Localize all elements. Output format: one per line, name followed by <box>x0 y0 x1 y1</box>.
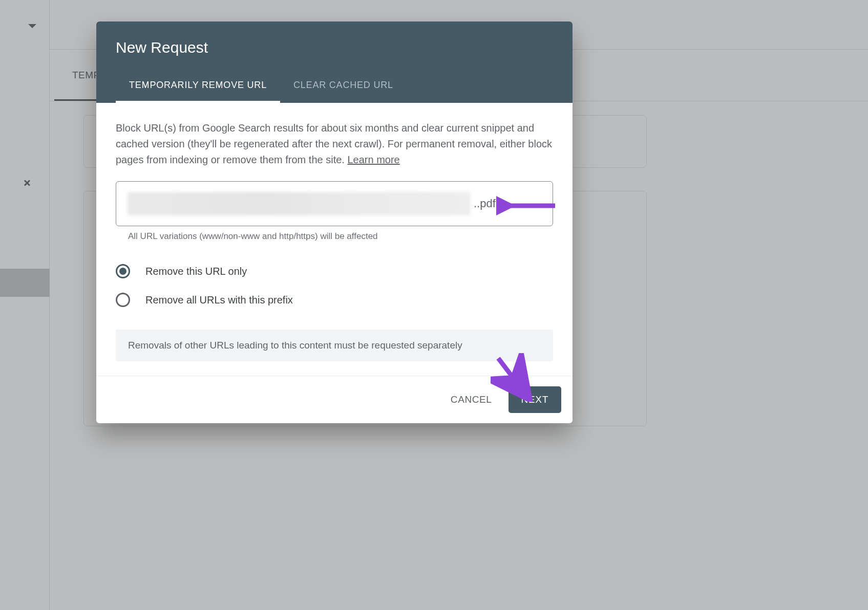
annotation-arrow-url-icon <box>496 193 558 219</box>
tab-temporarily-remove-url[interactable]: TEMPORARILY REMOVE URL <box>116 71 280 103</box>
info-note: Removals of other URLs leading to this c… <box>116 330 553 361</box>
url-input[interactable]: ..pdf <box>116 181 553 226</box>
next-button[interactable]: NEXT <box>509 386 561 413</box>
remove-scope-radio-group: Remove this URL only Remove all URLs wit… <box>116 257 553 314</box>
modal-header: New Request TEMPORARILY REMOVE URL CLEAR… <box>96 21 573 103</box>
modal-title: New Request <box>116 39 553 56</box>
radio-label: Remove all URLs with this prefix <box>145 294 293 306</box>
modal-body: Block URL(s) from Google Search results … <box>96 103 573 376</box>
url-value-redacted <box>128 192 471 215</box>
description-text: Block URL(s) from Google Search results … <box>116 122 552 165</box>
radio-remove-all-with-prefix[interactable]: Remove all URLs with this prefix <box>116 286 553 314</box>
radio-icon <box>116 293 130 307</box>
tab-clear-cached-url[interactable]: CLEAR CACHED URL <box>280 71 407 103</box>
radio-remove-this-url-only[interactable]: Remove this URL only <box>116 257 553 286</box>
modal-footer: CANCEL NEXT <box>96 376 573 423</box>
radio-icon <box>116 264 130 278</box>
learn-more-link[interactable]: Learn more <box>347 154 399 165</box>
new-request-modal: New Request TEMPORARILY REMOVE URL CLEAR… <box>96 21 573 423</box>
radio-label: Remove this URL only <box>145 266 247 277</box>
modal-tabs: TEMPORARILY REMOVE URL CLEAR CACHED URL <box>116 71 553 103</box>
modal-description: Block URL(s) from Google Search results … <box>116 120 553 168</box>
cancel-button[interactable]: CANCEL <box>446 388 497 411</box>
url-helper-text: All URL variations (www/non-www and http… <box>128 231 553 242</box>
url-suffix: ..pdf <box>474 197 496 210</box>
